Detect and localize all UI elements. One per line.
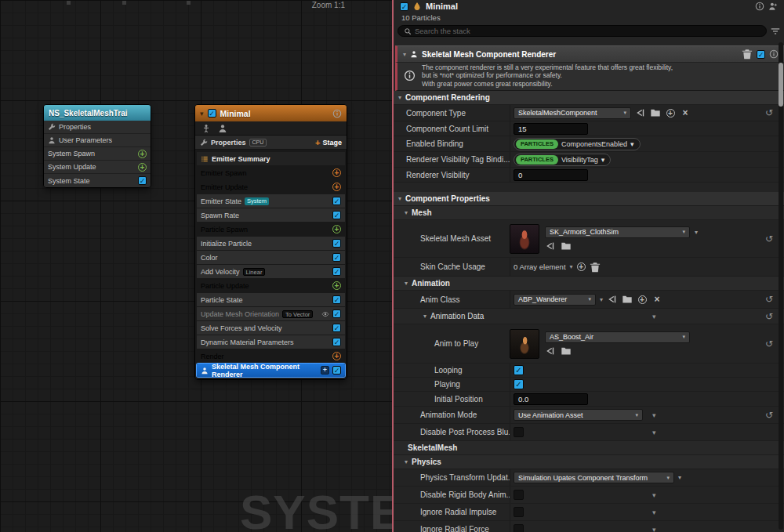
reset-to-default-icon[interactable]: ↺ xyxy=(765,411,773,420)
checkbox[interactable]: ✓ xyxy=(332,239,341,248)
emitter-enabled-checkbox[interactable]: ✓ xyxy=(400,2,408,11)
add-icon[interactable]: + xyxy=(138,150,147,158)
dropdown[interactable]: ABP_Wanderer▾ xyxy=(514,294,596,306)
row-renderer-visibility-tag-bindi[interactable]: Renderer Visibility Tag Bindi...PARTICLE… xyxy=(394,152,784,168)
checkbox[interactable] xyxy=(514,490,524,500)
row-physics[interactable]: ▾Physics xyxy=(394,455,784,469)
browse-icon[interactable] xyxy=(607,294,618,305)
add-icon[interactable]: + xyxy=(665,107,676,118)
folder-icon[interactable] xyxy=(622,294,633,305)
browse-icon[interactable] xyxy=(635,107,646,118)
clear-icon[interactable]: × xyxy=(680,107,691,118)
stack-row-add-velocity[interactable]: Add VelocityLinear✓ xyxy=(197,265,345,278)
checkbox[interactable]: ✓ xyxy=(332,338,341,346)
row-playing[interactable]: Playing✓ xyxy=(394,378,784,392)
row-component-rendering[interactable]: ▾Component Rendering xyxy=(394,91,784,105)
row-animation[interactable]: ▾Animation xyxy=(394,277,784,291)
add-icon[interactable]: + xyxy=(577,262,586,271)
row-anim-to-play[interactable]: Anim to PlayAS_Boost_Air▾↺ xyxy=(394,324,784,364)
browse-icon[interactable] xyxy=(545,241,556,252)
add-icon[interactable]: + xyxy=(332,225,341,233)
folder-icon[interactable] xyxy=(561,241,572,252)
system-overview-graph[interactable]: Zoom 1:1 SYSTEM NS_SkeletalMeshTrai Prop… xyxy=(0,0,392,532)
scrollbar-track[interactable] xyxy=(779,42,783,530)
add-icon[interactable]: + xyxy=(138,163,147,172)
checkbox[interactable]: ✓ xyxy=(138,176,147,185)
row-initial-position[interactable]: Initial Position0.0 xyxy=(394,392,784,407)
add-user-parameter-icon[interactable] xyxy=(768,2,778,11)
search-field[interactable] xyxy=(397,25,767,37)
row-renderer-visibility[interactable]: Renderer Visibility0 xyxy=(394,168,784,183)
checkbox[interactable]: ✓ xyxy=(332,253,341,262)
emitter-enabled-checkbox[interactable]: ✓ xyxy=(208,109,216,118)
checkbox[interactable] xyxy=(514,524,524,532)
checkbox[interactable]: ✓ xyxy=(514,379,524,389)
dropdown[interactable]: Simulation Upates Component Transform▾ xyxy=(514,472,674,483)
stack-row-particle-spawn[interactable]: Particle Spawn+ xyxy=(197,223,345,236)
node-row-properties[interactable]: Properties xyxy=(44,121,151,134)
stack-row-color[interactable]: Color✓ xyxy=(197,251,345,264)
chevron-down-icon[interactable]: ▾ xyxy=(403,51,406,58)
empty-array-icon[interactable] xyxy=(590,262,601,273)
stack-row-spawn-rate[interactable]: Spawn Rate✓ xyxy=(197,208,345,222)
collapse-chevron-icon[interactable]: ▾ xyxy=(200,110,204,118)
clear-icon[interactable]: × xyxy=(652,294,662,305)
row-mesh[interactable]: ▾Mesh xyxy=(394,206,784,220)
add-icon[interactable]: + xyxy=(321,366,329,375)
reset-to-default-icon[interactable]: ↺ xyxy=(765,295,773,304)
add-icon[interactable]: + xyxy=(332,352,341,360)
system-node[interactable]: NS_SkeletalMeshTrai PropertiesUser Param… xyxy=(44,105,151,187)
delete-renderer-icon[interactable] xyxy=(742,49,753,60)
add-icon[interactable]: + xyxy=(332,168,341,177)
reset-to-default-icon[interactable]: ↺ xyxy=(765,234,773,244)
renderer-section-header[interactable]: ▾ Skeletal Mesh Component Renderer ✓ xyxy=(395,45,784,63)
row-component-type[interactable]: Component TypeSkeletalMeshComponent▾+×↺ xyxy=(394,105,784,121)
stack-row-dynamic-material-parameters[interactable]: Dynamic Material Parameters✓ xyxy=(197,335,345,349)
row-skeletalmesh[interactable]: SkeletalMesh xyxy=(394,441,784,455)
add-icon[interactable]: + xyxy=(637,294,648,305)
row-enabled-binding[interactable]: Enabled BindingPARTICLESComponentsEnable… xyxy=(394,136,784,152)
stack-row-emitter-spawn[interactable]: Emitter Spawn+ xyxy=(197,166,345,179)
stack-row-particle-state[interactable]: Particle State✓ xyxy=(197,293,345,306)
checkbox[interactable]: ✓ xyxy=(332,267,341,276)
folder-icon[interactable] xyxy=(561,346,572,356)
checkbox[interactable]: ✓ xyxy=(332,366,341,375)
emitter-node[interactable]: ▾ ✓ Minimal Properties CPU + Stage Emitt… xyxy=(195,105,347,379)
dropdown[interactable]: SkeletalMeshComponent▾ xyxy=(514,107,631,119)
row-skeletal-mesh-asset[interactable]: Skeletal Mesh AssetSK_Armor8_ClothSim▾▾↺ xyxy=(394,220,784,258)
row-ignore-radial-impulse[interactable]: Ignore Radial Impulse▾ xyxy=(394,504,784,521)
stack-row-skeletal-mesh-component-renderer[interactable]: Skeletal Mesh Component Renderer+✓ xyxy=(197,364,345,377)
asset-thumbnail[interactable] xyxy=(510,224,539,254)
folder-icon[interactable] xyxy=(650,107,661,118)
dropdown[interactable]: SK_Armor8_ClothSim▾ xyxy=(545,226,690,238)
stack-row-update-mesh-orientation[interactable]: Update Mesh OrientationTo Vector✓ xyxy=(197,307,345,320)
stack-row-initialize-particle[interactable]: Initialize Particle✓ xyxy=(197,237,345,250)
row-disable-post-process-blu[interactable]: Disable Post Process Blu...▾ xyxy=(394,424,784,441)
add-stage-button[interactable]: + Stage xyxy=(315,138,342,147)
reset-to-default-icon[interactable]: ↺ xyxy=(765,108,773,118)
row-skin-cache-usage[interactable]: Skin Cache Usage0 Array element▾+ xyxy=(394,258,784,277)
checkbox[interactable] xyxy=(514,427,524,437)
checkbox[interactable]: ✓ xyxy=(332,295,341,304)
row-anim-class[interactable]: Anim ClassABP_Wanderer▾▾+×↺ xyxy=(394,291,784,309)
checkbox[interactable]: ✓ xyxy=(332,309,341,318)
row-looping[interactable]: Looping✓ xyxy=(394,364,784,378)
add-icon[interactable]: + xyxy=(332,281,341,290)
browse-icon[interactable] xyxy=(545,346,556,356)
info-icon[interactable] xyxy=(755,2,764,11)
stack-row-emitter-summary[interactable]: Emitter Summary xyxy=(197,152,345,165)
checkbox[interactable]: ✓ xyxy=(332,211,341,219)
renderer-enabled-checkbox[interactable]: ✓ xyxy=(757,50,765,59)
reset-to-default-icon[interactable]: ↺ xyxy=(765,312,773,321)
dropdown[interactable]: Use Animation Asset▾ xyxy=(514,409,643,421)
dropdown[interactable]: AS_Boost_Air▾ xyxy=(545,331,690,343)
row-component-properties[interactable]: ▾Component Properties xyxy=(394,192,784,206)
text-input[interactable]: 0 xyxy=(514,169,588,181)
node-row-system-state[interactable]: System State✓ xyxy=(44,174,151,187)
reset-to-default-icon[interactable]: ↺ xyxy=(765,339,773,349)
checkbox[interactable]: ✓ xyxy=(332,324,341,332)
stack-row-render[interactable]: Render+ xyxy=(197,349,345,363)
search-input[interactable] xyxy=(415,27,760,35)
row-ignore-radial-force[interactable]: Ignore Radial Force▾ xyxy=(394,521,784,532)
add-icon[interactable]: + xyxy=(332,183,341,191)
